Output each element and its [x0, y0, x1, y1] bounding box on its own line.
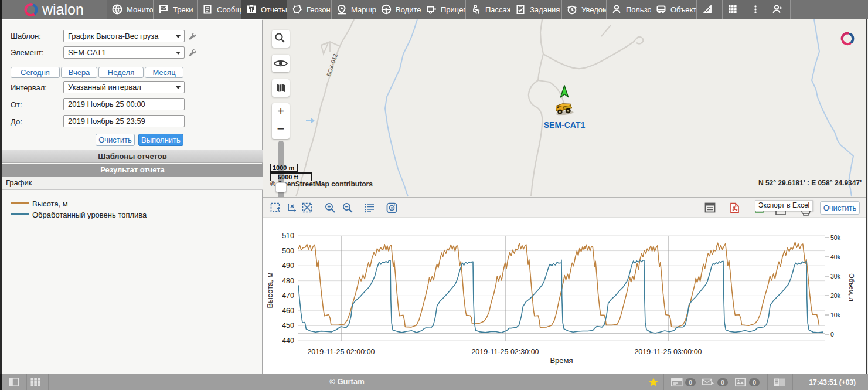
svg-text:510: 510	[282, 232, 294, 240]
svg-text:450: 450	[282, 321, 294, 330]
svg-text:480: 480	[282, 277, 294, 285]
svg-text:500: 500	[282, 247, 294, 255]
svg-text:Высота, м: Высота, м	[265, 273, 274, 308]
svg-text:0: 0	[830, 331, 834, 338]
svg-text:30k: 30k	[830, 273, 841, 280]
svg-text:440: 440	[282, 337, 294, 345]
svg-text:2019-11-25 02:30:00: 2019-11-25 02:30:00	[471, 348, 539, 356]
svg-text:490: 490	[282, 262, 294, 270]
svg-text:40k: 40k	[830, 253, 841, 260]
svg-text:50k: 50k	[830, 234, 841, 241]
svg-text:Время: Время	[550, 356, 573, 365]
svg-text:Объем, л: Объем, л	[848, 273, 855, 301]
svg-text:2019-11-25 02:00:00: 2019-11-25 02:00:00	[307, 348, 375, 356]
svg-text:470: 470	[282, 291, 294, 300]
svg-text:460: 460	[282, 307, 294, 315]
svg-text:10k: 10k	[830, 311, 841, 318]
svg-text:ВОК-012: ВОК-012	[325, 53, 339, 77]
svg-text:2019-11-25 03:00:00: 2019-11-25 03:00:00	[634, 348, 702, 356]
svg-text:20k: 20k	[830, 292, 841, 299]
